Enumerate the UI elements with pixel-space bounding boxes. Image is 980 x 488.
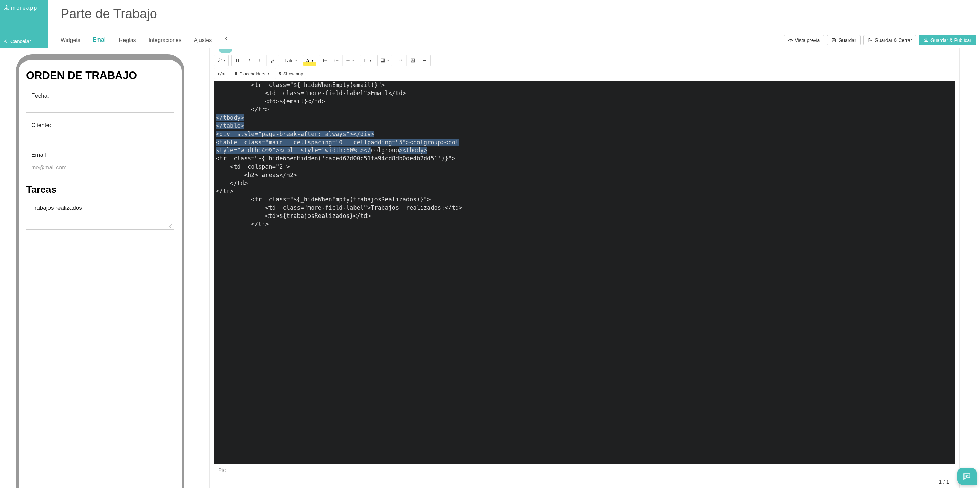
cancel-button[interactable]: Cancelar	[3, 38, 45, 44]
form-field-trabajos-label: Trabajos realizados:	[31, 205, 169, 211]
unordered-list-button[interactable]	[320, 55, 331, 66]
brand-sidebar: moreapp Cancelar	[0, 0, 48, 48]
underline-button[interactable]: U	[255, 55, 267, 66]
clear-format-button[interactable]	[267, 55, 278, 66]
arrow-left-icon	[3, 39, 8, 44]
svg-text:3: 3	[334, 61, 336, 62]
caret-down-icon: ▾	[224, 59, 226, 62]
svg-point-3	[323, 62, 324, 62]
title-bar: Parte de Trabajo	[48, 0, 980, 27]
list-ol-icon: 123	[334, 58, 339, 63]
placeholders-button[interactable]: Placeholders ▾	[231, 68, 272, 79]
caret-down-icon: ▾	[370, 59, 371, 62]
leaf-icon	[3, 5, 10, 11]
table-button[interactable]: ▾	[377, 55, 391, 66]
eraser-icon	[270, 58, 275, 63]
editor-toolbar-row2: </> Placeholders ▾ Showmap	[214, 68, 955, 81]
magic-wand-icon	[217, 58, 222, 63]
chat-icon	[963, 472, 971, 481]
page-title: Parte de Trabajo	[60, 6, 157, 21]
tab-rules[interactable]: Reglas	[119, 37, 136, 48]
form-field-email[interactable]: Email me@mail.com	[26, 147, 174, 177]
form-field-cliente[interactable]: Cliente:	[26, 118, 174, 142]
brand-name: moreapp	[11, 5, 38, 11]
svg-point-1	[323, 59, 324, 60]
editor-header-decor	[214, 48, 955, 53]
table-icon	[380, 58, 385, 63]
caret-down-icon: ▾	[267, 72, 269, 75]
svg-rect-7	[381, 59, 385, 62]
eye-icon	[788, 38, 793, 43]
editor-column: ▾ B I U Lato▾	[203, 48, 980, 488]
link-icon	[399, 58, 403, 63]
form-field-fecha-label: Fecha:	[31, 92, 169, 99]
form-field-email-placeholder: me@mail.com	[31, 165, 169, 171]
pagination: 1 / 1	[214, 476, 955, 488]
list-ul-icon	[323, 58, 327, 63]
paragraph-button[interactable]: ▾	[343, 55, 357, 66]
tab-integrations[interactable]: Integraciones	[148, 37, 181, 48]
svg-rect-8	[410, 59, 414, 62]
form-heading: ORDEN DE TRABAJO	[26, 70, 174, 82]
footer-placeholder: Pie	[218, 467, 226, 473]
map-pin-icon	[278, 71, 282, 76]
tab-widgets[interactable]: Widgets	[60, 37, 81, 48]
form-field-fecha[interactable]: Fecha:	[26, 88, 174, 113]
brand-logo: moreapp	[3, 5, 45, 11]
tab-email[interactable]: Email	[93, 37, 107, 48]
tab-settings[interactable]: Ajustes	[194, 37, 212, 48]
form-section-tareas: Tareas	[26, 184, 174, 195]
nav-tabs: Widgets Email Reglas Integraciones Ajust…	[60, 34, 228, 46]
cloud-upload-icon	[924, 38, 928, 43]
svg-point-0	[790, 40, 791, 41]
exit-icon	[868, 38, 873, 43]
font-size-button[interactable]: TT▾	[360, 55, 374, 66]
editor-toolbar: ▾ B I U Lato▾	[214, 53, 955, 68]
ordered-list-button[interactable]: 123	[331, 55, 343, 66]
font-color-button[interactable]: A▾	[303, 55, 316, 66]
nav-collapse-button[interactable]	[224, 35, 228, 45]
preview-button[interactable]: Vista previa	[784, 35, 824, 45]
form-field-trabajos[interactable]: Trabajos realizados:	[26, 200, 174, 230]
chat-launcher-button[interactable]	[957, 468, 977, 485]
form-field-email-label: Email	[31, 151, 169, 159]
italic-button[interactable]: I	[243, 55, 255, 66]
save-publish-button[interactable]: Guardar & Publicar	[919, 35, 976, 45]
save-close-button[interactable]: Guardar & Cerrar	[864, 35, 916, 45]
caret-down-icon: ▾	[295, 59, 297, 62]
align-icon	[345, 58, 350, 63]
caret-down-icon: ▾	[312, 59, 313, 62]
hr-button[interactable]	[418, 55, 430, 66]
save-button[interactable]: Guardar	[827, 35, 860, 45]
code-view-button[interactable]: </>	[214, 68, 228, 79]
nav-actions: Vista previa Guardar Guardar & Cerrar Gu…	[784, 35, 976, 45]
bold-button[interactable]: B	[232, 55, 243, 66]
caret-down-icon: ▾	[387, 59, 389, 62]
cancel-label: Cancelar	[10, 38, 31, 44]
chevron-left-icon	[224, 37, 228, 41]
nav-bar: Widgets Email Reglas Integraciones Ajust…	[48, 32, 980, 48]
resize-grip-icon[interactable]	[167, 223, 172, 227]
link-button[interactable]	[395, 55, 407, 66]
image-icon	[410, 58, 415, 63]
footer-input[interactable]: Pie	[214, 464, 955, 476]
phone-frame: ORDEN DE TRABAJO Fecha: Cliente: Email m…	[16, 54, 184, 488]
pagination-text: 1 / 1	[939, 479, 949, 485]
image-button[interactable]	[407, 55, 418, 66]
main-area: ORDEN DE TRABAJO Fecha: Cliente: Email m…	[0, 48, 980, 488]
caret-down-icon: ▾	[352, 59, 354, 62]
svg-point-2	[323, 60, 324, 61]
magic-wand-button[interactable]: ▾	[214, 55, 228, 66]
form-field-cliente-label: Cliente:	[31, 122, 169, 129]
form-preview-column: ORDEN DE TRABAJO Fecha: Cliente: Email m…	[0, 48, 203, 488]
font-family-select[interactable]: Lato▾	[282, 55, 300, 66]
editor-page: ▾ B I U Lato▾	[210, 48, 959, 488]
bookmark-icon	[234, 72, 238, 76]
save-icon	[832, 38, 836, 43]
minus-icon	[422, 58, 427, 63]
code-editor[interactable]: <tr class="${_hideWhenEmpty(email)}"> <t…	[214, 81, 955, 464]
showmap-button[interactable]: Showmap	[275, 68, 306, 79]
